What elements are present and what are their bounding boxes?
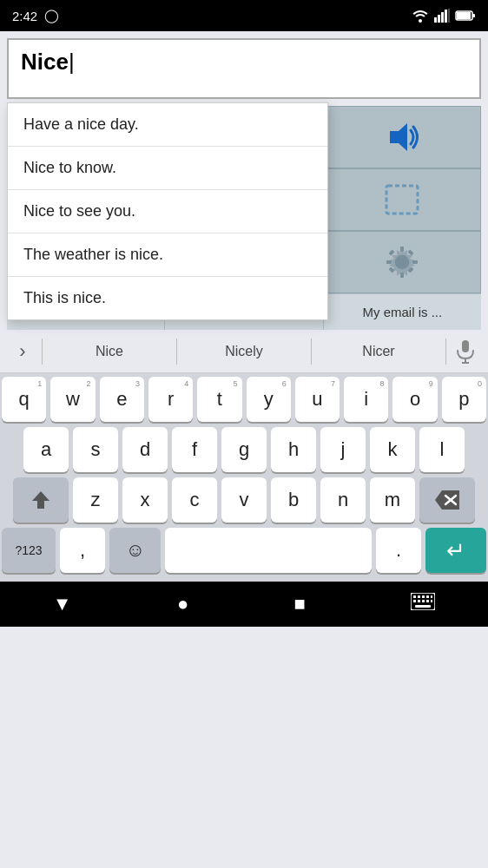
key-x[interactable]: x: [122, 477, 168, 523]
gear-button[interactable]: [323, 231, 481, 293]
svg-rect-4: [448, 9, 450, 23]
key-d[interactable]: d: [122, 427, 168, 472]
svg-rect-19: [412, 260, 418, 264]
mic-button[interactable]: [446, 332, 485, 371]
key-v[interactable]: v: [221, 477, 267, 523]
svg-rect-7: [472, 14, 475, 17]
expand-button[interactable]: [323, 168, 481, 231]
key-r[interactable]: 4r: [148, 377, 193, 422]
svg-rect-16: [400, 247, 404, 252]
suggestion-word-1[interactable]: Nicely: [177, 344, 311, 359]
num-hint-9: 9: [429, 379, 433, 388]
key-j[interactable]: j: [320, 427, 366, 472]
svg-rect-34: [422, 595, 425, 598]
key-o[interactable]: 9o: [392, 377, 437, 422]
svg-rect-35: [426, 595, 429, 598]
key-l[interactable]: l: [419, 427, 465, 472]
svg-rect-0: [434, 17, 437, 23]
key-s[interactable]: s: [73, 427, 118, 472]
nav-keyboard-button[interactable]: [393, 586, 452, 622]
svg-rect-2: [441, 12, 444, 23]
suggestions-expand-arrow[interactable]: ›: [3, 332, 42, 371]
shift-icon: [31, 490, 50, 510]
nav-bar: ▼ ● ■: [0, 582, 488, 627]
svg-rect-42: [415, 605, 431, 608]
key-a[interactable]: a: [23, 427, 69, 472]
enter-key[interactable]: ↵: [425, 528, 486, 573]
status-bar-left: 2:42 ◯: [12, 8, 59, 23]
speaker-button[interactable]: [323, 106, 481, 168]
key-w[interactable]: 2w: [50, 377, 95, 422]
num-hint-5: 5: [233, 379, 237, 388]
status-bar-right: [412, 9, 476, 23]
gear-icon: [386, 246, 419, 279]
suggestion-word-2[interactable]: Nicer: [312, 344, 445, 359]
comma-key[interactable]: ,: [60, 528, 105, 573]
svg-rect-22: [388, 266, 394, 273]
num-hint-8: 8: [379, 379, 384, 388]
keyboard-row-2: a s d f g h j k l: [2, 427, 486, 472]
time-display: 2:42: [12, 9, 37, 23]
suggestion-word-0[interactable]: Nice: [43, 344, 176, 359]
key-m[interactable]: m: [370, 477, 415, 523]
key-p[interactable]: 0p: [442, 377, 486, 422]
svg-rect-33: [418, 595, 420, 598]
num-hint-7: 7: [331, 379, 335, 388]
keyboard-row-3: z x c v b n m: [2, 477, 486, 523]
num-hint-4: 4: [184, 379, 188, 388]
svg-rect-32: [413, 595, 416, 598]
key-u[interactable]: 7u: [295, 377, 340, 422]
space-key[interactable]: [165, 528, 372, 573]
key-b[interactable]: b: [271, 477, 316, 523]
key-k[interactable]: k: [370, 427, 415, 472]
status-bar: 2:42 ◯: [0, 0, 488, 31]
svg-rect-20: [388, 249, 394, 255]
autocomplete-item-1[interactable]: Nice to know.: [8, 147, 327, 190]
key-q[interactable]: 1q: [2, 377, 46, 422]
key-t[interactable]: 5t: [197, 377, 241, 422]
period-key[interactable]: .: [376, 528, 421, 573]
num-hint-1: 1: [37, 379, 42, 388]
autocomplete-dropdown: Have a nice day. Nice to know. Nice to s…: [7, 102, 328, 320]
svg-rect-39: [422, 600, 425, 602]
autocomplete-item-2[interactable]: Nice to see you.: [8, 190, 327, 233]
shift-key[interactable]: [13, 477, 69, 523]
key-e[interactable]: 3e: [100, 377, 144, 422]
svg-point-15: [399, 259, 406, 266]
key-i[interactable]: 8i: [344, 377, 388, 422]
key-f[interactable]: f: [172, 427, 217, 472]
svg-rect-21: [407, 249, 413, 255]
backspace-keyboard-key[interactable]: [419, 477, 475, 523]
speaker-icon: [383, 120, 421, 155]
svg-rect-24: [462, 340, 469, 352]
typed-text: Nice: [21, 49, 75, 75]
autocomplete-item-4[interactable]: This is nice.: [8, 277, 327, 319]
num-hint-6: 6: [282, 379, 287, 388]
autocomplete-item-3[interactable]: The weather is nice.: [8, 233, 327, 277]
autocomplete-item-0[interactable]: Have a nice day.: [8, 103, 327, 147]
svg-rect-1: [438, 15, 440, 23]
key-z[interactable]: z: [73, 477, 118, 523]
nav-home-button[interactable]: ●: [160, 586, 206, 622]
sym-key[interactable]: ?123: [2, 528, 56, 573]
nav-recents-button[interactable]: ■: [277, 586, 323, 622]
svg-rect-38: [418, 600, 420, 602]
svg-marker-28: [435, 490, 459, 510]
nav-back-button[interactable]: ▼: [36, 586, 89, 622]
key-n[interactable]: n: [320, 477, 366, 523]
key-g[interactable]: g: [221, 427, 267, 472]
emoji-key[interactable]: ☺: [109, 528, 161, 573]
text-input-area[interactable]: Nice: [7, 38, 481, 99]
keyboard-row-1: 1q 2w 3e 4r 5t 6y 7u 8i 9o 0p: [2, 377, 486, 422]
keyboard-row-4: ?123 , ☺ . ↵: [2, 528, 486, 573]
key-h[interactable]: h: [271, 427, 316, 472]
num-hint-0: 0: [478, 379, 482, 388]
key-c[interactable]: c: [172, 477, 217, 523]
svg-rect-36: [431, 595, 432, 598]
my-email-button[interactable]: My email is ...: [324, 294, 481, 330]
signal-icon: [434, 9, 450, 23]
svg-rect-12: [386, 186, 418, 214]
key-y[interactable]: 6y: [247, 377, 291, 422]
num-hint-3: 3: [135, 379, 140, 388]
suggestions-bar: › Nice Nicely Nicer: [0, 330, 488, 373]
